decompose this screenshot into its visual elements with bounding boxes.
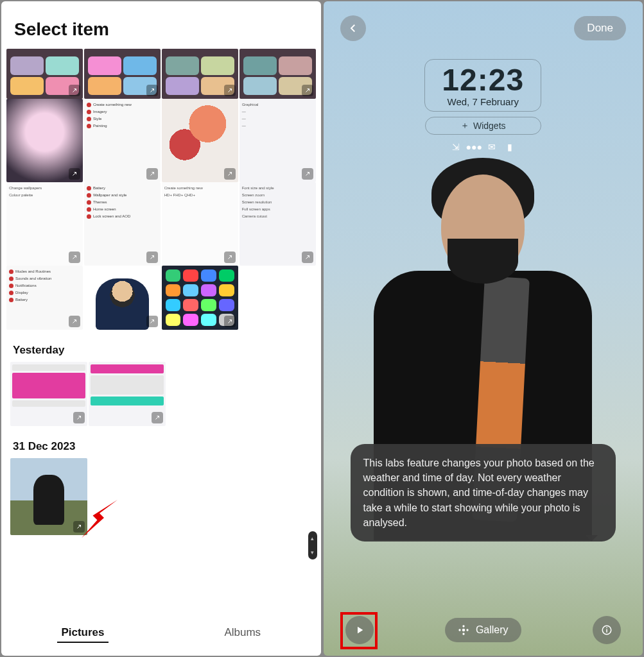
expand-icon bbox=[146, 252, 158, 263]
thumbnail[interactable] bbox=[162, 49, 238, 99]
fast-scroll-handle[interactable]: ▴ ▾ bbox=[308, 531, 317, 559]
expand-icon bbox=[146, 168, 158, 180]
expand-icon bbox=[224, 316, 236, 327]
annotation-highlight-box bbox=[340, 612, 378, 649]
thumbnail[interactable] bbox=[89, 362, 166, 426]
chevron-down-icon: ▾ bbox=[311, 549, 314, 556]
clock-time: 12:23 bbox=[442, 62, 524, 98]
done-button[interactable]: Done bbox=[574, 16, 626, 40]
info-button[interactable] bbox=[593, 616, 621, 644]
notification-icons: ⇲ ●●● ✉ ▮ bbox=[450, 141, 516, 153]
expand-icon bbox=[152, 412, 163, 423]
gallery-picker-screen: Select item Create something newImageryS… bbox=[1, 1, 321, 656]
thumbnail[interactable] bbox=[84, 49, 161, 99]
thumbnail[interactable] bbox=[6, 99, 83, 182]
svg-point-3 bbox=[462, 633, 464, 635]
thumb-row: Modes and RoutinesSounds and vibrationNo… bbox=[1, 266, 321, 330]
thumbnail[interactable]: Create something newImageryStylePainting bbox=[84, 99, 161, 182]
mail-icon: ✉ bbox=[486, 141, 498, 153]
svg-point-1 bbox=[462, 629, 466, 632]
bottom-tabs: Pictures Albums bbox=[1, 616, 321, 656]
gallery-button[interactable]: Gallery bbox=[445, 618, 521, 642]
expand-icon bbox=[224, 168, 236, 180]
expand-icon bbox=[302, 168, 313, 180]
messages-icon: ●●● bbox=[468, 141, 480, 153]
svg-marker-0 bbox=[82, 500, 117, 538]
section-header-yesterday: Yesterday bbox=[1, 330, 321, 362]
expand-icon bbox=[69, 252, 80, 263]
thumbnail[interactable] bbox=[10, 362, 87, 426]
thumbnail[interactable] bbox=[239, 49, 316, 99]
thumbnail[interactable] bbox=[84, 266, 161, 330]
expand-icon bbox=[146, 316, 158, 327]
thumbnail[interactable]: Graphical——— bbox=[239, 99, 316, 182]
thumb-row: Change wallpapersColour palette BatteryW… bbox=[1, 182, 321, 266]
tab-albums[interactable]: Albums bbox=[220, 624, 265, 643]
annotation-arrow bbox=[77, 495, 122, 540]
widgets-label: Widgets bbox=[473, 121, 506, 131]
info-icon bbox=[601, 624, 613, 636]
svg-rect-8 bbox=[606, 627, 607, 629]
back-button[interactable] bbox=[340, 15, 366, 41]
labs-feature-tooltip: This labs feature changes your photo bas… bbox=[351, 444, 616, 542]
svg-rect-7 bbox=[606, 629, 607, 633]
thumbnail[interactable]: BatteryWallpaper and styleThemesHome scr… bbox=[84, 182, 161, 266]
thumbnail[interactable] bbox=[6, 49, 83, 99]
expand-icon bbox=[302, 252, 313, 263]
chevron-up-icon: ▴ bbox=[311, 535, 314, 542]
thumb-row-yesterday bbox=[1, 362, 321, 426]
lockscreen-editor-screen: Done 12:23 Wed, 7 February ＋ Widgets ⇲ ●… bbox=[324, 1, 643, 656]
thumbnail-empty bbox=[239, 266, 316, 330]
missed-call-icon: ⇲ bbox=[450, 141, 462, 153]
plus-icon: ＋ bbox=[460, 120, 469, 132]
expand-icon bbox=[302, 85, 313, 96]
tab-pictures[interactable]: Pictures bbox=[57, 624, 108, 643]
section-header-dec: 31 Dec 2023 bbox=[1, 426, 321, 458]
clock-widget[interactable]: 12:23 Wed, 7 February bbox=[424, 59, 541, 112]
expand-icon bbox=[146, 85, 158, 96]
expand-icon bbox=[224, 85, 236, 96]
thumbnail[interactable]: Modes and RoutinesSounds and vibrationNo… bbox=[6, 266, 83, 330]
sim-icon: ▮ bbox=[504, 141, 516, 153]
thumbnail[interactable]: Change wallpapersColour palette bbox=[6, 182, 83, 266]
page-title: Select item bbox=[1, 1, 321, 49]
chevron-left-icon bbox=[347, 22, 359, 34]
expand-icon bbox=[69, 316, 80, 327]
expand-icon bbox=[69, 168, 80, 180]
expand-icon bbox=[73, 412, 85, 423]
thumb-row-dec bbox=[1, 458, 321, 535]
svg-point-2 bbox=[462, 625, 464, 627]
wallpaper-photo bbox=[324, 136, 643, 656]
thumb-row-recent bbox=[1, 49, 321, 99]
expand-icon bbox=[224, 252, 236, 263]
gallery-source-icon bbox=[458, 624, 469, 636]
thumbnail-portrait[interactable] bbox=[10, 458, 87, 535]
svg-point-5 bbox=[466, 629, 468, 631]
thumbnail[interactable]: Create something newHD+ FHD+ QHD+ bbox=[162, 182, 238, 266]
clock-date: Wed, 7 February bbox=[442, 96, 524, 107]
thumb-row: Create something newImageryStylePainting… bbox=[1, 99, 321, 182]
gallery-label: Gallery bbox=[476, 624, 509, 636]
expand-icon bbox=[69, 85, 80, 96]
thumbnail[interactable] bbox=[162, 99, 238, 182]
add-widgets-button[interactable]: ＋ Widgets bbox=[425, 117, 541, 135]
svg-point-4 bbox=[458, 629, 460, 631]
thumbnail[interactable] bbox=[162, 266, 238, 330]
thumbnail[interactable]: Font size and styleScreen zoomScreen res… bbox=[239, 182, 316, 266]
